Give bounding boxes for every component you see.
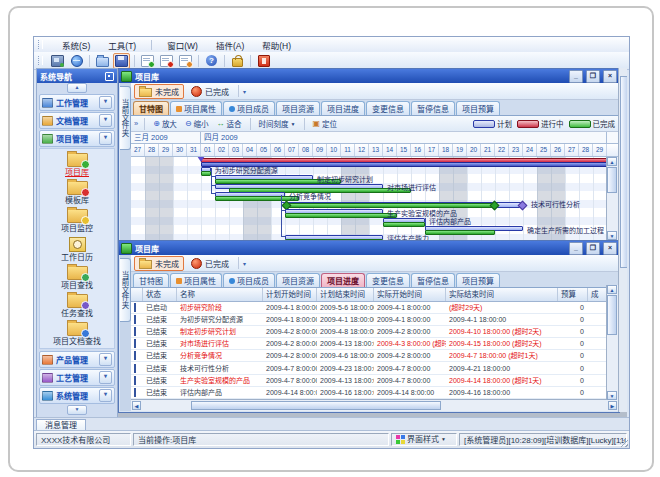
toolbar-button-report-green-icon[interactable] (139, 53, 156, 69)
current-folder-tab[interactable]: 当前文件夹 (120, 86, 131, 150)
tab-项目属性[interactable]: 项目属性 (170, 273, 222, 287)
tab-项目属性[interactable]: 项目属性 (170, 101, 222, 115)
tab-项目成员[interactable]: 项目成员 (223, 273, 275, 287)
tab-项目预算[interactable]: 项目预算 (456, 273, 500, 287)
zoom-in-button[interactable]: ⊕放大 (151, 118, 179, 129)
menu-item-4[interactable]: 帮助(H) (259, 38, 294, 52)
column-header-成[interactable]: 成 (588, 288, 607, 301)
sidebar-item-2[interactable]: 项目监控 (40, 207, 114, 235)
tab-甘特图[interactable]: 甘特图 (133, 273, 169, 287)
sidebar-group-bottom-0[interactable]: 产品管理▾ (39, 351, 115, 368)
minimize-button[interactable]: _ (569, 242, 583, 255)
gantt-vertical-scrollbar[interactable]: ▲ ▼ (606, 157, 618, 240)
gantt-window-titlebar[interactable]: 项目库 _ ❐ × (119, 69, 619, 83)
sidebar-item-1[interactable]: 模板库 (40, 179, 114, 207)
tab-暂停信息[interactable]: 暂停信息 (411, 101, 455, 115)
menu-item-2[interactable]: 窗口(W) (164, 38, 201, 52)
tab-项目进度[interactable]: 项目进度 (321, 101, 365, 115)
table-horizontal-scrollbar[interactable]: ◀ ▶ (131, 399, 618, 411)
tab-项目资源[interactable]: 项目资源 (276, 101, 320, 115)
gantt-chart[interactable]: 为初步研究分配资源制定初步研究计划对市场进行评估分析竞争情况技术可行性分析生产实… (131, 157, 606, 240)
unfinished-filter-button[interactable]: 未完成 (134, 84, 184, 99)
sidebar-more-button[interactable]: ▼ (67, 405, 87, 415)
tab-项目预算[interactable]: 项目预算 (456, 101, 500, 115)
finished-filter-button[interactable]: 已完成 (186, 256, 234, 271)
sidebar-group-bottom-1[interactable]: 工艺管理▾ (39, 369, 115, 386)
table-row[interactable]: 已结束对市场进行评估2009-4-2 8:00:002009-4-13 18:0… (131, 338, 618, 350)
tab-甘特图[interactable]: 甘特图 (133, 101, 169, 115)
scroll-right-icon[interactable]: ▶ (608, 401, 617, 410)
table-row[interactable]: 已结束分析竞争情况2009-4-2 8:00:002009-4-6 18:00:… (131, 350, 618, 362)
chevron-down-icon[interactable]: ▾ (99, 114, 112, 127)
timescale-dropdown[interactable]: 时间刻度▼ (257, 118, 298, 129)
table-row[interactable]: 已结束评估内部产品2009-4-14 8:00:002009-4-16 18:0… (131, 387, 618, 399)
tab-变更信息[interactable]: 变更信息 (366, 101, 410, 115)
table-row[interactable]: 已结束生产实验室规模的产品2009-4-7 8:00:002009-4-13 1… (131, 375, 618, 387)
toolbar-button-globe-icon[interactable] (68, 53, 85, 69)
sidebar-scroll-up-button[interactable]: ▲ (67, 83, 87, 93)
toolbar-button-lock-icon[interactable] (229, 53, 246, 69)
zoom-out-button[interactable]: ⊖缩小 (183, 118, 211, 129)
sidebar-item-0[interactable]: 项目库 (40, 151, 114, 179)
column-header-计划开始时间[interactable]: 计划开始时间 (263, 288, 317, 301)
scrollbar-thumb[interactable] (191, 401, 441, 410)
chevron-down-icon[interactable]: ▾ (99, 371, 112, 384)
toolbar-button-monitor-icon[interactable] (49, 53, 66, 69)
scroll-left-icon[interactable]: ◀ (132, 401, 141, 410)
scrollbar-thumb[interactable] (607, 295, 617, 335)
close-button[interactable]: × (603, 242, 617, 255)
toolbar-button-open-folder-icon[interactable] (94, 53, 111, 69)
chevron-down-icon[interactable]: ▾ (99, 389, 112, 402)
column-header-预算[interactable]: 预算 (558, 288, 588, 301)
tab-项目进度[interactable]: 项目进度 (321, 273, 365, 287)
scroll-down-icon[interactable]: ▼ (607, 391, 617, 400)
table-row[interactable]: 已结束为初步研究分配资源2009-4-1 8:00:002009-4-1 18:… (131, 314, 618, 326)
finished-filter-button[interactable]: 已完成 (186, 84, 234, 99)
menu-item-0[interactable]: 系统(S) (59, 38, 93, 52)
tab-项目资源[interactable]: 项目资源 (276, 273, 320, 287)
locate-button[interactable]: ▣定位 (311, 118, 340, 129)
ui-style-dropdown[interactable]: 界面样式 ▼ (391, 433, 457, 446)
scrollbar-thumb[interactable] (607, 167, 617, 193)
chevron-down-icon[interactable]: ▾ (99, 353, 112, 366)
progress-window-titlebar[interactable]: 项目库 _ ❐ × (119, 241, 619, 255)
toolbar-options-icon[interactable]: ▾ (243, 88, 246, 95)
toolbar-button-exit-icon[interactable] (255, 53, 272, 69)
fit-button[interactable]: ↔适合 (215, 118, 244, 129)
sidebar-group-top-1[interactable]: 文档管理▾ (39, 112, 115, 129)
overflow-chevron-icon[interactable]: » (134, 119, 138, 128)
sidebar-group-bottom-2[interactable]: 系统管理▾ (39, 387, 115, 404)
column-header-状态[interactable]: 状态 (143, 288, 177, 301)
column-header-名称[interactable]: 名称 (177, 288, 263, 301)
chevron-down-icon[interactable]: ▾ (99, 96, 112, 109)
restore-button[interactable]: ❐ (586, 242, 600, 255)
tab-变更信息[interactable]: 变更信息 (366, 273, 410, 287)
tab-暂停信息[interactable]: 暂停信息 (411, 273, 455, 287)
minimize-button[interactable]: _ (569, 70, 583, 83)
table-row[interactable]: 已结束技术可行性分析2009-4-7 8:00:002009-4-23 18:0… (131, 362, 618, 374)
unfinished-filter-button[interactable]: 未完成 (134, 256, 184, 271)
toolbar-options-icon[interactable]: ▾ (243, 260, 246, 267)
toolbar-button-save-icon[interactable] (113, 53, 130, 69)
column-header-实际开始时间[interactable]: 实际开始时间 (374, 288, 446, 301)
restore-button[interactable]: ❐ (586, 70, 600, 83)
table-row[interactable]: 已启动初步研究阶段2009-4-1 8:00:002009-5-6 18:00:… (131, 302, 618, 314)
resize-grip[interactable] (620, 439, 628, 447)
sidebar-item-6[interactable]: 项目文档查找 (40, 320, 114, 348)
sidebar-item-5[interactable]: 任务查找 (40, 292, 114, 320)
toolbar-button-report-red-icon[interactable] (158, 53, 175, 69)
column-header-计划结束时间[interactable]: 计划结束时间 (317, 288, 374, 301)
current-folder-tab[interactable]: 当前文件夹 (120, 258, 131, 322)
sidebar-item-3[interactable]: 工作日历 (40, 235, 114, 263)
toolbar-button-help-icon[interactable]: ? (203, 53, 220, 69)
column-header-icon[interactable] (131, 288, 143, 301)
scroll-up-icon[interactable]: ▲ (607, 157, 617, 166)
pin-icon[interactable] (105, 72, 114, 81)
scroll-down-icon[interactable]: ▼ (607, 231, 617, 240)
menu-item-1[interactable]: 工具(T) (105, 38, 139, 52)
mdi-scrollbar[interactable] (618, 68, 627, 412)
column-header-实际结束时间[interactable]: 实际结束时间 (446, 288, 558, 301)
table-vertical-scrollbar[interactable]: ▲ ▼ (606, 285, 618, 400)
scrollbar-thumb[interactable] (620, 76, 627, 268)
sidebar-item-4[interactable]: 项目查找 (40, 264, 114, 292)
